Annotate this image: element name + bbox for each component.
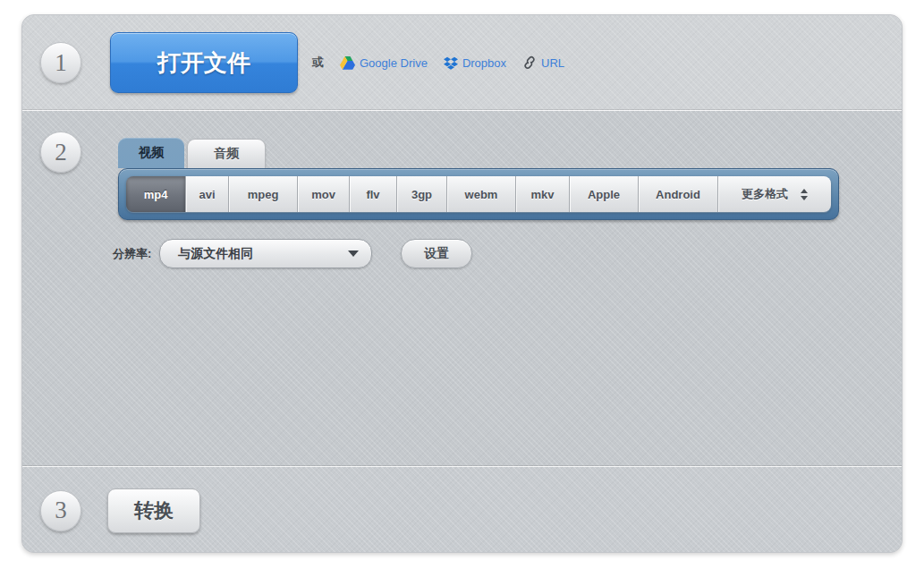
resolution-row: 分辨率: 与源文件相同 设置	[113, 239, 472, 268]
step3-number-badge: 3	[40, 490, 81, 531]
resolution-dropdown[interactable]: 与源文件相同	[159, 239, 372, 268]
chevron-down-icon	[348, 251, 359, 257]
media-type-tabs: 视频 音频	[118, 138, 266, 168]
format-android[interactable]: Android	[638, 176, 717, 212]
tab-video[interactable]: 视频	[118, 138, 184, 168]
converter-panel: 1 打开文件 或 Google Drive	[21, 14, 903, 553]
dropbox-icon	[444, 55, 458, 70]
format-avi[interactable]: avi	[185, 176, 228, 212]
more-formats-button[interactable]: 更多格式	[717, 176, 831, 212]
step3-section: 3 转换	[22, 466, 902, 553]
dropbox-label: Dropbox	[462, 56, 506, 70]
format-mp4[interactable]: mp4	[126, 176, 185, 212]
more-formats-label: 更多格式	[742, 186, 788, 202]
format-flv[interactable]: flv	[349, 176, 396, 212]
format-webm[interactable]: webm	[446, 176, 515, 212]
dropbox-link[interactable]: Dropbox	[444, 55, 506, 70]
url-label: URL	[541, 56, 564, 70]
resolution-value: 与源文件相同	[178, 246, 253, 262]
open-file-button[interactable]: 打开文件	[110, 32, 298, 93]
up-down-arrows-icon	[801, 189, 808, 200]
step2-number: 2	[55, 139, 67, 166]
format-mkv[interactable]: mkv	[515, 176, 569, 212]
url-link[interactable]: URL	[522, 55, 564, 70]
resolution-label: 分辨率:	[113, 246, 151, 262]
format-apple[interactable]: Apple	[569, 176, 638, 212]
format-button-group: mp4 avi mpeg mov flv 3gp webm mkv Apple …	[126, 176, 831, 212]
step2-number-badge: 2	[40, 132, 81, 173]
google-drive-icon	[340, 56, 355, 70]
cloud-source-row: 或 Google Drive Dropbox	[312, 55, 564, 71]
link-icon	[522, 55, 537, 70]
settings-button[interactable]: 设置	[401, 239, 472, 268]
step1-number-badge: 1	[40, 42, 81, 83]
format-mov[interactable]: mov	[297, 176, 349, 212]
tab-audio[interactable]: 音频	[187, 139, 266, 168]
or-label: 或	[312, 55, 324, 71]
step1-section: 1 打开文件 或 Google Drive	[22, 15, 902, 110]
step1-number: 1	[55, 49, 67, 77]
google-drive-label: Google Drive	[360, 56, 428, 70]
step2-section: 2 视频 音频 mp4 avi mpeg mov flv 3gp webm mk…	[22, 110, 902, 466]
format-3gp[interactable]: 3gp	[396, 176, 446, 212]
google-drive-link[interactable]: Google Drive	[340, 56, 428, 70]
convert-button[interactable]: 转换	[107, 488, 200, 533]
step3-number: 3	[55, 497, 67, 524]
format-toolbar: mp4 avi mpeg mov flv 3gp webm mkv Apple …	[118, 168, 839, 220]
format-mpeg[interactable]: mpeg	[228, 176, 297, 212]
